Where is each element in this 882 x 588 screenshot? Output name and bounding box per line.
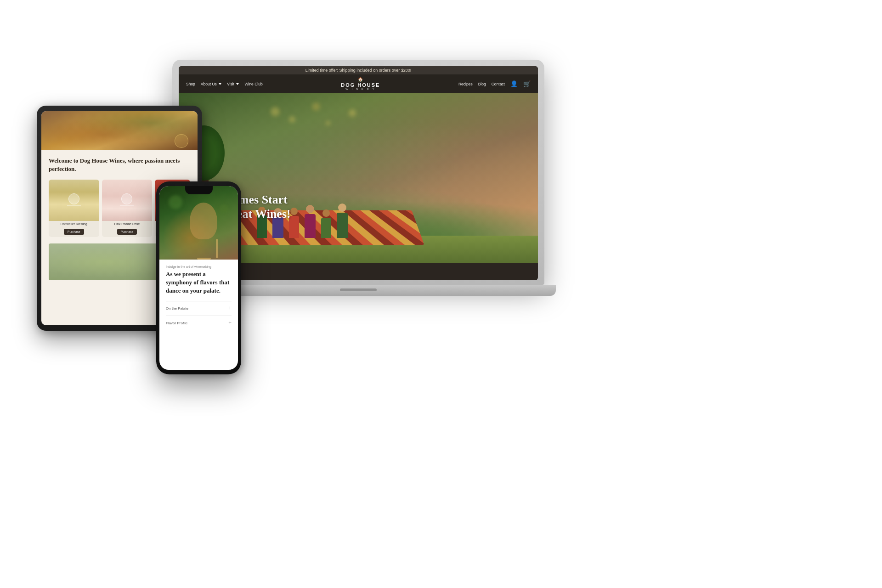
tablet-welcome-text: Welcome to Dog House Wines, where passio… — [49, 157, 190, 173]
nav-about[interactable]: About Us — [201, 82, 221, 86]
phone-outer: Indulge in the art of winemaking As we p… — [156, 181, 241, 374]
nav-blog[interactable]: Blog — [478, 82, 486, 86]
laptop-logo-sub: W I N E R Y — [341, 88, 380, 90]
bottle-2-circle — [121, 193, 132, 204]
phone-content: Indulge in the art of winemaking As we p… — [159, 260, 238, 335]
phone-screen: Indulge in the art of winemaking As we p… — [159, 186, 238, 370]
bottle-2-line2 — [120, 207, 134, 207]
phone-accordion-1[interactable]: On the Palate + — [166, 301, 232, 316]
bokeh-4 — [326, 121, 330, 125]
phone-hero-img — [159, 186, 238, 260]
tablet-product-2: Pink Poodle Rosé Purchase — [102, 180, 153, 237]
laptop-banner: Limited time offer: Shipping included on… — [179, 66, 538, 74]
laptop-nav-left: Shop About Us Visit Wine Club — [186, 82, 263, 86]
phone-notch — [185, 186, 213, 194]
person-6 — [337, 204, 348, 238]
glass-base — [197, 258, 211, 260]
nav-account-icon[interactable]: 👤 — [510, 80, 518, 87]
phone-accordion-2-icon: + — [228, 320, 232, 327]
phone-wine-glass — [185, 203, 213, 260]
tablet-product-1-img — [49, 180, 99, 221]
laptop-banner-text: Limited time offer: Shipping included on… — [305, 68, 411, 73]
phone-main-text: As we present a symphony of flavors that… — [166, 270, 232, 295]
person-5 — [321, 209, 331, 238]
phone-sub-label: Indulge in the art of winemaking — [166, 265, 232, 268]
tablet-hero-decoration — [175, 134, 188, 148]
bokeh-5 — [349, 109, 356, 117]
nav-cart-icon[interactable]: 🛒 — [523, 80, 531, 87]
bottle-2-label — [102, 180, 153, 221]
tablet-product-1: Rottweiler Riesling Purchase — [49, 180, 99, 237]
laptop-logo-name: DOG HOUSE — [341, 82, 380, 88]
laptop-nav: Shop About Us Visit Wine Club 🏠 DOG HOUS… — [179, 74, 538, 93]
bottle-1-line2 — [67, 207, 81, 207]
nav-shop[interactable]: Shop — [186, 82, 195, 86]
laptop-nav-right: Recipes Blog Contact 👤 🛒 — [458, 80, 531, 87]
bokeh-2 — [289, 116, 295, 123]
phone-accordion-1-icon: + — [228, 305, 232, 312]
nav-visit[interactable]: Visit — [227, 82, 239, 86]
phone-accordion-2[interactable]: Flavor Profile + — [166, 316, 232, 330]
scene: Limited time offer: Shipping included on… — [0, 0, 882, 588]
tablet-hero-overlay — [41, 111, 198, 150]
nav-wine-club[interactable]: Wine Club — [244, 82, 262, 86]
glass-bowl — [190, 203, 217, 239]
tablet-purchase-2-btn[interactable]: Purchase — [117, 229, 137, 235]
person-4 — [305, 205, 316, 238]
tablet-product-2-img — [102, 180, 153, 221]
nav-contact[interactable]: Contact — [492, 82, 505, 86]
nav-recipes[interactable]: Recipes — [458, 82, 473, 86]
glass-stem — [216, 239, 218, 258]
laptop-nav-center: 🏠 DOG HOUSE W I N E R Y — [341, 77, 380, 90]
bottle-1-line — [67, 205, 81, 206]
tablet-purchase-1-btn[interactable]: Purchase — [64, 229, 84, 235]
phone-accordion-2-label: Flavor Profile — [166, 321, 187, 325]
bokeh-1 — [271, 107, 280, 116]
bokeh-3 — [312, 102, 320, 111]
phone-bokeh-1 — [169, 195, 182, 209]
phone-bokeh-2 — [220, 204, 229, 214]
bottle-2-line — [120, 205, 134, 206]
bottle-1-label — [49, 180, 99, 221]
bottle-1-circle — [68, 193, 79, 204]
phone-device: Indulge in the art of winemaking As we p… — [156, 181, 241, 374]
tablet-product-2-name: Pink Poodle Rosé — [102, 221, 153, 226]
tablet-product-1-name: Rottweiler Riesling — [49, 221, 99, 226]
phone-accordion-1-label: On the Palate — [166, 306, 188, 311]
tablet-hero-img — [41, 111, 198, 150]
